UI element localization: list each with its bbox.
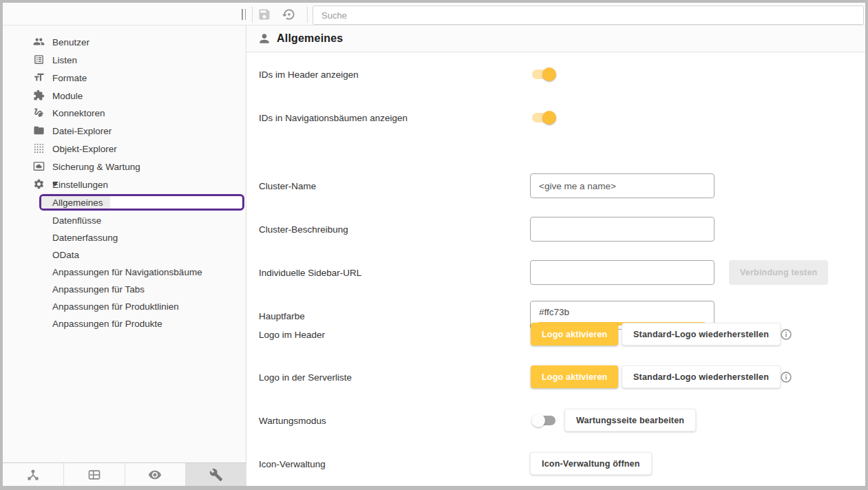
restore-default-logo-button[interactable]: Standard-Logo wiederherstellen [622,365,781,388]
sidebar-item-anpassungen-navigationsbaeume[interactable]: Anpassungen für Navigationsbäume [3,263,246,280]
sidebar-item-objekt-explorer[interactable]: Objekt-Explorer [3,140,246,158]
tab-tools[interactable] [186,463,246,486]
sidebar-item-module[interactable]: Module [3,87,246,105]
row-label: IDs im Header anzeigen [259,70,359,80]
sidebar-item-label: Listen [52,55,77,65]
sidebar-item-label: OData [52,249,79,259]
format-size-icon [33,72,45,83]
restore-icon[interactable] [282,8,296,21]
main-color-input[interactable] [531,303,714,320]
sidebar: Benutzer Listen Formate Module Konnektor… [3,25,246,462]
restore-default-logo-button[interactable]: Standard-Logo wiederherstellen [622,323,781,345]
edit-maintenance-page-button[interactable]: Wartungsseite bearbeiten [564,409,696,432]
sidebar-item-anpassungen-produktlinien[interactable]: Anpassungen für Produktlinien [3,297,246,315]
settings-row: Icon-Verwaltung Icon-Verwaltung öffnen [246,450,865,478]
person-icon [257,32,271,45]
drag-handle-icon[interactable] [240,9,248,20]
cluster-name-input[interactable] [530,173,714,198]
row-label: Logo in der Serverliste [259,372,352,383]
settings-row: Individuelle Sidebar-URL Verbindung test… [246,259,865,286]
sidebar-item-anpassungen-produkte[interactable]: Anpassungen für Produkte [3,315,246,332]
app-window: Benutzer Listen Formate Module Konnektor… [0,0,868,490]
settings-row: Logo im Header Logo aktivieren Standard-… [246,321,865,348]
sidebar-url-input[interactable] [530,260,714,285]
folder-icon [33,125,45,136]
search-input[interactable] [313,6,864,25]
settings-row: IDs in Navigationsbäumen anzeigen [246,104,865,131]
open-icon-management-button[interactable]: Icon-Verwaltung öffnen [530,452,652,475]
row-label: Hauptfarbe [259,310,305,321]
row-label: Individuelle Sidebar-URL [259,268,361,278]
tab-structure[interactable] [3,463,64,486]
row-label: Wartungsmodus [259,416,326,426]
users-icon [33,36,45,47]
row-label: Logo im Header [259,330,325,340]
ids-navtree-toggle[interactable] [531,111,556,125]
toolbar-divider [307,6,308,23]
backup-icon [33,160,45,172]
settings-row: Cluster-Name [246,172,865,200]
row-label: Icon-Verwaltung [259,459,326,469]
maintenance-mode-toggle[interactable] [531,414,556,427]
sidebar-item-label: Anpassungen für Navigationsbäume [52,266,202,277]
activate-logo-button[interactable]: Logo aktivieren [531,365,618,388]
dot-grid-icon [33,142,45,154]
page-title: Allgemeines [277,32,343,45]
main-panel: Allgemeines IDs im Header anzeigen IDs i… [246,25,865,486]
sidebar-item-label: Datenflüsse [52,215,101,225]
sidebar-item-anpassungen-tabs[interactable]: Anpassungen für Tabs [3,280,246,297]
row-label: Cluster-Name [259,181,316,191]
sidebar-item-label: Datenerfassung [52,232,118,242]
sidebar-item-label: Module [52,91,83,101]
wrench-icon [209,468,223,482]
eye-icon [148,468,162,482]
settings-row: IDs im Header anzeigen [246,61,865,88]
puzzle-icon [33,89,45,101]
settings-row: Cluster-Beschreibung [246,215,865,243]
sidebar-item-einstellungen[interactable]: Einstellungen [3,175,246,193]
main-header: Allgemeines [246,25,865,52]
activate-logo-button[interactable]: Logo aktivieren [531,323,618,345]
toolbar [3,3,865,25]
row-label: IDs in Navigationsbäumen anzeigen [259,113,407,123]
sidebar-item-konnektoren[interactable]: Konnektoren [3,104,246,122]
sidebar-item-benutzer[interactable]: Benutzer [3,33,246,51]
tab-preview[interactable] [125,463,187,486]
sidebar-item-datenfluesse[interactable]: Datenflüsse [3,211,246,228]
toolbar-divider [252,6,253,23]
settings-row: Wartungsmodus Wartungsseite bearbeiten [246,407,865,434]
sidebar-item-datenerfassung[interactable]: Datenerfassung [3,228,246,246]
info-icon[interactable] [780,328,792,341]
sidebar-item-listen[interactable]: Listen [3,51,246,69]
sidebar-item-allgemeines-selected[interactable]: Allgemeines [39,194,244,211]
tab-layout[interactable] [64,463,125,486]
ids-header-toggle[interactable] [531,67,556,81]
sidebar-item-sicherung-wartung[interactable]: Sicherung & Wartung [3,158,246,175]
panel-icon [87,468,101,482]
sidebar-item-label: Einstellungen [52,180,108,190]
sidebar-item-label: Objekt-Explorer [52,144,117,154]
test-connection-button[interactable]: Verbindung testen [729,260,828,285]
settings-row: Logo in der Serverliste Logo aktivieren … [246,363,865,391]
sidebar-item-label: Anpassungen für Produkte [52,318,162,328]
sidebar-item-datei-explorer[interactable]: Datei-Explorer [3,122,246,140]
device-hub-icon [26,468,40,482]
sidebar-item-label: Sicherung & Wartung [52,162,140,172]
info-icon[interactable] [780,371,792,383]
save-icon[interactable] [257,8,271,21]
sidebar-item-label: Anpassungen für Tabs [52,284,145,294]
sidebar-item-label: Datei-Explorer [52,126,112,136]
gear-icon [33,178,45,190]
connector-icon [33,107,45,118]
row-label: Cluster-Beschreibung [259,224,348,235]
sidebar-item-label: Benutzer [52,37,89,47]
sidebar-item-label: Anpassungen für Produktlinien [52,301,179,311]
sidebar-item-odata[interactable]: OData [3,246,246,263]
sidebar-item-label: Konnektoren [52,108,105,118]
list-icon [33,54,45,65]
sidebar-item-formate[interactable]: Formate [3,69,246,87]
cluster-description-input[interactable] [530,217,714,242]
bottom-tabbar [3,462,246,486]
sidebar-item-label: Formate [52,73,87,83]
sidebar-item-label: Allgemeines [41,196,110,209]
